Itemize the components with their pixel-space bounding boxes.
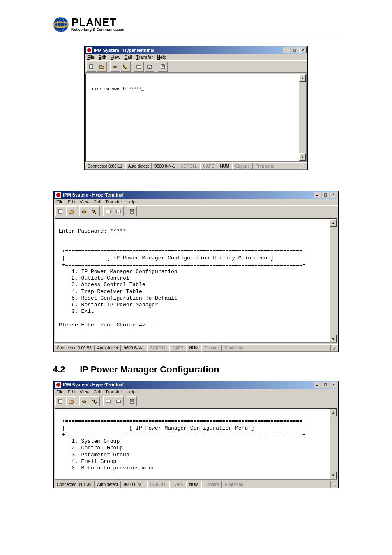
maximize-button[interactable]: [291, 47, 298, 53]
window-title: IPM System - HyperTerminal: [63, 192, 124, 197]
scroll-up-icon[interactable]: ▲: [330, 409, 337, 416]
terminal-output: +=======================================…: [55, 409, 337, 480]
svg-rect-9: [90, 65, 93, 69]
open-icon[interactable]: [66, 206, 76, 216]
scrollbar[interactable]: ▲ ▼: [330, 219, 337, 342]
hyperterminal-window-main-menu: IPM System - HyperTerminal File Edit Vie…: [53, 191, 339, 352]
titlebar: IPM System - HyperTerminal: [54, 191, 338, 199]
menu-call[interactable]: Call: [93, 199, 101, 204]
phone-hangup-icon[interactable]: [79, 396, 89, 406]
titlebar: IPM System - HyperTerminal: [54, 381, 338, 388]
resize-grip-icon[interactable]: [300, 163, 307, 170]
menu-help[interactable]: Help: [126, 199, 136, 204]
titlebar: IPM System - HyperTerminal: [85, 46, 307, 54]
app-icon: [55, 192, 61, 198]
status-proto: 9600 8-N-1: [152, 163, 178, 170]
menu-edit[interactable]: Edit: [99, 55, 106, 60]
properties-icon[interactable]: [158, 62, 168, 72]
section-number: 4.2: [53, 364, 77, 375]
resize-grip-icon[interactable]: [331, 481, 338, 488]
phone-call-icon[interactable]: [90, 396, 100, 406]
scroll-down-icon[interactable]: ▼: [330, 335, 337, 342]
status-detect: Auto detect: [95, 345, 121, 352]
svg-rect-36: [324, 384, 327, 386]
svg-point-34: [56, 383, 60, 387]
status-proto: 9600 8-N-1: [121, 481, 147, 488]
terminal-area[interactable]: Enter Password: ***** +=================…: [55, 218, 337, 343]
menu-view[interactable]: View: [80, 199, 90, 204]
status-caps: CAPS: [169, 345, 186, 352]
status-scroll: SCROLL: [147, 481, 169, 488]
menu-call[interactable]: Call: [93, 389, 101, 394]
scroll-up-icon[interactable]: ▲: [330, 219, 337, 227]
terminal-area[interactable]: +=======================================…: [55, 408, 337, 480]
toolbar: [54, 205, 338, 217]
scroll-down-icon[interactable]: ▼: [330, 472, 337, 479]
brand-tagline: Networking & Communication: [71, 28, 125, 32]
hyperterminal-window-config-menu: IPM System - HyperTerminal File Edit Vie…: [53, 381, 339, 488]
menu-call[interactable]: Call: [124, 55, 132, 60]
receive-icon[interactable]: [114, 206, 124, 216]
svg-line-17: [305, 168, 305, 168]
toolbar: [85, 60, 307, 73]
new-doc-icon[interactable]: [55, 206, 65, 216]
scrollbar[interactable]: ▲ ▼: [330, 409, 337, 479]
properties-icon[interactable]: [127, 206, 137, 216]
status-num: NUM: [217, 163, 232, 170]
new-doc-icon[interactable]: [86, 62, 96, 72]
menu-edit[interactable]: Edit: [68, 199, 76, 204]
close-button[interactable]: [299, 47, 307, 53]
page-header: PLANET Networking & Communication: [0, 0, 392, 33]
open-icon[interactable]: [97, 62, 107, 72]
receive-icon[interactable]: [145, 62, 154, 72]
minimize-button[interactable]: [314, 192, 321, 198]
menu-file[interactable]: File: [56, 199, 64, 204]
menu-file[interactable]: File: [87, 55, 95, 60]
receive-icon[interactable]: [114, 396, 124, 406]
maximize-button[interactable]: [322, 192, 329, 198]
phone-hangup-icon[interactable]: [110, 62, 120, 72]
menu-help[interactable]: Help: [126, 389, 136, 394]
globe-icon: [53, 16, 69, 33]
svg-rect-24: [59, 209, 62, 213]
close-button[interactable]: [330, 382, 337, 388]
new-doc-icon[interactable]: [55, 396, 65, 406]
scrollbar[interactable]: ▲ ▼: [299, 74, 306, 161]
phone-hangup-icon[interactable]: [79, 206, 89, 216]
menu-file[interactable]: File: [56, 389, 64, 394]
menu-edit[interactable]: Edit: [68, 389, 76, 394]
menu-transfer[interactable]: Transfer: [136, 55, 153, 60]
terminal-area[interactable]: Enter Password: *****_ ▲ ▼: [85, 74, 307, 162]
status-proto: 9600 8-N-1: [121, 345, 147, 352]
properties-icon[interactable]: [127, 396, 137, 406]
phone-call-icon[interactable]: [121, 62, 131, 72]
maximize-button[interactable]: [322, 382, 329, 388]
status-printecho: Print echo: [222, 481, 331, 488]
menu-transfer[interactable]: Transfer: [105, 199, 122, 204]
status-capture: Capture: [201, 345, 222, 352]
svg-rect-21: [324, 194, 327, 196]
menu-transfer[interactable]: Transfer: [105, 389, 122, 394]
statusbar: Connected 0:03:11 Auto detect 9600 8-N-1…: [85, 162, 307, 170]
resize-grip-icon[interactable]: [331, 345, 338, 352]
statusbar: Connected 0:01:39 Auto detect 9600 8-N-1…: [54, 481, 338, 488]
close-button[interactable]: [330, 192, 337, 198]
svg-point-19: [56, 193, 60, 197]
section-heading: 4.2 IP Power Manager Configuration: [53, 364, 392, 375]
app-icon: [86, 47, 92, 53]
send-icon[interactable]: [134, 62, 144, 72]
svg-rect-39: [59, 399, 62, 403]
status-scroll: SCROLL: [147, 345, 169, 352]
menu-view[interactable]: View: [111, 55, 120, 60]
minimize-button[interactable]: [314, 382, 321, 388]
minimize-button[interactable]: [283, 47, 290, 53]
status-connected: Connected 0:03:11: [85, 163, 125, 170]
send-icon[interactable]: [103, 206, 113, 216]
phone-call-icon[interactable]: [90, 206, 100, 216]
scroll-down-icon[interactable]: ▼: [299, 153, 306, 161]
scroll-up-icon[interactable]: ▲: [299, 74, 306, 82]
menu-help[interactable]: Help: [157, 55, 166, 60]
send-icon[interactable]: [103, 396, 113, 406]
menu-view[interactable]: View: [80, 389, 90, 394]
open-icon[interactable]: [66, 396, 76, 406]
